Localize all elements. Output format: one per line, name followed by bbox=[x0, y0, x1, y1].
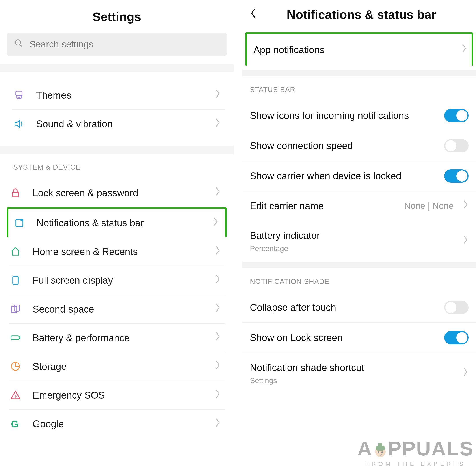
svg-point-0 bbox=[16, 40, 20, 45]
svg-point-17 bbox=[378, 452, 379, 453]
storage-icon bbox=[9, 361, 22, 372]
row-collapse[interactable]: Collapse after touch bbox=[242, 292, 476, 323]
row-title: Battery indicator bbox=[250, 229, 454, 242]
toggle-show-speed[interactable] bbox=[444, 139, 469, 152]
search-bar[interactable] bbox=[7, 33, 227, 56]
row-label: Lock screen & password bbox=[33, 187, 204, 199]
row-label: Google bbox=[33, 417, 204, 430]
second-space-icon bbox=[9, 304, 22, 314]
notifications-pane: Notifications & status bar App notificat… bbox=[242, 0, 476, 470]
settings-row-sound[interactable]: Sound & vibration bbox=[12, 110, 225, 138]
settings-header: Settings bbox=[0, 0, 234, 33]
toggle-show-carrier[interactable] bbox=[444, 169, 469, 183]
svg-rect-3 bbox=[12, 192, 18, 197]
row-label: Battery & performance bbox=[33, 331, 204, 344]
chevron-right-icon bbox=[215, 245, 225, 258]
themes-icon bbox=[12, 90, 26, 100]
chevron-right-icon bbox=[459, 367, 469, 379]
svg-rect-16 bbox=[378, 443, 382, 447]
settings-row-google[interactable]: G Google bbox=[9, 410, 225, 438]
toggle-show-lock[interactable] bbox=[444, 331, 469, 344]
section-label: STATUS BAR bbox=[242, 76, 476, 101]
google-icon: G bbox=[9, 419, 22, 429]
row-show-speed[interactable]: Show connection speed bbox=[242, 131, 476, 161]
settings-row-themes[interactable]: Themes bbox=[12, 81, 225, 110]
row-label: Sound & vibration bbox=[36, 118, 204, 130]
row-label: Home screen & Recents bbox=[33, 245, 204, 258]
chevron-right-icon bbox=[212, 217, 222, 229]
toggle-collapse[interactable] bbox=[444, 301, 469, 314]
chevron-right-icon bbox=[215, 418, 225, 430]
settings-row-second-space[interactable]: Second space bbox=[9, 295, 225, 324]
section-label: NOTIFICATION SHADE bbox=[242, 268, 476, 292]
section-divider bbox=[0, 64, 234, 72]
chevron-right-icon bbox=[458, 43, 467, 56]
lock-icon bbox=[9, 187, 22, 198]
chevron-right-icon bbox=[215, 389, 225, 401]
row-label: Emergency SOS bbox=[33, 389, 204, 401]
row-label: Themes bbox=[36, 89, 204, 101]
warning-icon: $ bbox=[9, 390, 22, 400]
svg-rect-6 bbox=[13, 276, 18, 284]
settings-row-fullscreen[interactable]: Full screen display bbox=[9, 266, 225, 295]
row-edit-carrier[interactable]: Edit carrier name None | None bbox=[242, 191, 476, 221]
row-label: Notifications & status bar bbox=[36, 217, 202, 229]
chevron-right-icon bbox=[215, 303, 225, 315]
row-title: Collapse after touch bbox=[250, 301, 439, 314]
chevron-right-icon bbox=[459, 199, 469, 212]
row-title: Show icons for incoming notifications bbox=[250, 109, 439, 122]
svg-text:$: $ bbox=[14, 394, 17, 398]
watermark-subtitle: FROM THE EXPERTS bbox=[365, 460, 466, 468]
chevron-right-icon bbox=[215, 89, 225, 101]
row-subtitle: Settings bbox=[250, 376, 454, 385]
settings-row-home-screen[interactable]: Home screen & Recents bbox=[9, 237, 225, 266]
chevron-right-icon bbox=[215, 274, 225, 287]
chevron-right-icon bbox=[459, 235, 469, 247]
chevron-right-icon bbox=[215, 118, 225, 130]
toggle-show-icons[interactable] bbox=[444, 109, 469, 122]
settings-row-sos[interactable]: $ Emergency SOS bbox=[9, 381, 225, 410]
svg-rect-2 bbox=[16, 91, 22, 95]
row-title: Show on Lock screen bbox=[250, 331, 439, 344]
page-title: Notifications & status bar bbox=[267, 7, 469, 23]
battery-icon bbox=[9, 332, 22, 343]
row-title: Notification shade shortcut bbox=[250, 361, 454, 374]
watermark-text: PPUALS bbox=[388, 436, 474, 462]
row-app-notifications[interactable]: App notifications bbox=[245, 32, 473, 66]
page-title: Settings bbox=[0, 9, 234, 25]
chevron-right-icon bbox=[215, 187, 225, 199]
row-show-carrier[interactable]: Show carrier when device is locked bbox=[242, 161, 476, 191]
notification-icon bbox=[13, 218, 26, 228]
detail-header: Notifications & status bar bbox=[242, 0, 476, 29]
row-title: Show connection speed bbox=[250, 139, 439, 152]
section-divider bbox=[242, 70, 476, 76]
svg-text:G: G bbox=[11, 419, 18, 429]
settings-pane: Settings Themes Sound & v bbox=[0, 0, 234, 470]
row-show-lock[interactable]: Show on Lock screen bbox=[242, 323, 476, 353]
mascot-icon bbox=[373, 442, 388, 462]
row-title: Show carrier when device is locked bbox=[250, 170, 439, 182]
svg-point-5 bbox=[20, 218, 23, 221]
chevron-right-icon bbox=[215, 331, 225, 344]
display-icon bbox=[9, 275, 22, 286]
settings-row-storage[interactable]: Storage bbox=[9, 352, 225, 381]
row-show-icons[interactable]: Show icons for incoming notifications bbox=[242, 101, 476, 131]
search-input[interactable] bbox=[30, 39, 220, 50]
row-battery-indicator[interactable]: Battery indicator Percentage bbox=[242, 221, 476, 262]
row-shade-shortcut[interactable]: Notification shade shortcut Settings bbox=[242, 353, 476, 394]
row-value: None | None bbox=[404, 200, 454, 212]
row-label: Storage bbox=[33, 360, 204, 373]
section-label: SYSTEM & DEVICE bbox=[0, 154, 234, 179]
svg-rect-9 bbox=[11, 336, 19, 340]
row-label: Second space bbox=[33, 303, 204, 315]
settings-row-notifications[interactable]: Notifications & status bar bbox=[7, 207, 226, 237]
row-title: Edit carrier name bbox=[250, 199, 399, 212]
settings-row-lock-screen[interactable]: Lock screen & password bbox=[9, 179, 225, 207]
row-label: Full screen display bbox=[33, 274, 204, 287]
svg-point-18 bbox=[381, 452, 383, 453]
sound-icon bbox=[12, 119, 26, 129]
settings-row-battery[interactable]: Battery & performance bbox=[9, 324, 225, 352]
home-icon bbox=[9, 246, 22, 257]
back-button[interactable] bbox=[249, 7, 258, 22]
chevron-right-icon bbox=[215, 360, 225, 373]
